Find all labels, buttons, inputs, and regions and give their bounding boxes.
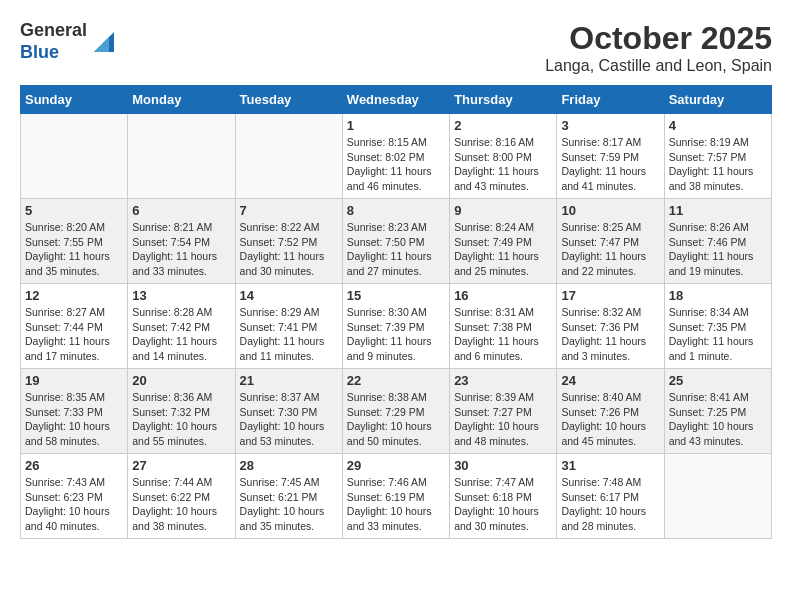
calendar-week-row: 12Sunrise: 8:27 AM Sunset: 7:44 PM Dayli…	[21, 284, 772, 369]
day-header-monday: Monday	[128, 86, 235, 114]
day-info: Sunrise: 8:35 AM Sunset: 7:33 PM Dayligh…	[25, 390, 123, 449]
calendar-cell: 16Sunrise: 8:31 AM Sunset: 7:38 PM Dayli…	[450, 284, 557, 369]
calendar-cell	[128, 114, 235, 199]
day-info: Sunrise: 8:19 AM Sunset: 7:57 PM Dayligh…	[669, 135, 767, 194]
day-number: 17	[561, 288, 659, 303]
day-number: 8	[347, 203, 445, 218]
calendar-cell: 30Sunrise: 7:47 AM Sunset: 6:18 PM Dayli…	[450, 454, 557, 539]
day-info: Sunrise: 8:29 AM Sunset: 7:41 PM Dayligh…	[240, 305, 338, 364]
day-info: Sunrise: 8:22 AM Sunset: 7:52 PM Dayligh…	[240, 220, 338, 279]
day-number: 1	[347, 118, 445, 133]
calendar-cell: 4Sunrise: 8:19 AM Sunset: 7:57 PM Daylig…	[664, 114, 771, 199]
day-number: 19	[25, 373, 123, 388]
day-number: 30	[454, 458, 552, 473]
calendar-cell: 15Sunrise: 8:30 AM Sunset: 7:39 PM Dayli…	[342, 284, 449, 369]
day-info: Sunrise: 8:23 AM Sunset: 7:50 PM Dayligh…	[347, 220, 445, 279]
day-info: Sunrise: 8:30 AM Sunset: 7:39 PM Dayligh…	[347, 305, 445, 364]
day-number: 3	[561, 118, 659, 133]
day-number: 9	[454, 203, 552, 218]
page-header: General Blue October 2025 Langa, Castill…	[20, 20, 772, 75]
calendar-cell: 14Sunrise: 8:29 AM Sunset: 7:41 PM Dayli…	[235, 284, 342, 369]
calendar-cell: 25Sunrise: 8:41 AM Sunset: 7:25 PM Dayli…	[664, 369, 771, 454]
day-info: Sunrise: 8:37 AM Sunset: 7:30 PM Dayligh…	[240, 390, 338, 449]
day-number: 25	[669, 373, 767, 388]
day-header-friday: Friday	[557, 86, 664, 114]
calendar-cell: 11Sunrise: 8:26 AM Sunset: 7:46 PM Dayli…	[664, 199, 771, 284]
day-info: Sunrise: 8:16 AM Sunset: 8:00 PM Dayligh…	[454, 135, 552, 194]
logo-general-text: General	[20, 20, 87, 40]
calendar-cell: 29Sunrise: 7:46 AM Sunset: 6:19 PM Dayli…	[342, 454, 449, 539]
day-info: Sunrise: 8:20 AM Sunset: 7:55 PM Dayligh…	[25, 220, 123, 279]
day-number: 13	[132, 288, 230, 303]
day-number: 12	[25, 288, 123, 303]
calendar-cell: 5Sunrise: 8:20 AM Sunset: 7:55 PM Daylig…	[21, 199, 128, 284]
calendar-cell: 23Sunrise: 8:39 AM Sunset: 7:27 PM Dayli…	[450, 369, 557, 454]
day-number: 20	[132, 373, 230, 388]
logo-icon	[89, 27, 119, 57]
day-number: 11	[669, 203, 767, 218]
day-info: Sunrise: 8:15 AM Sunset: 8:02 PM Dayligh…	[347, 135, 445, 194]
calendar-cell: 1Sunrise: 8:15 AM Sunset: 8:02 PM Daylig…	[342, 114, 449, 199]
day-number: 15	[347, 288, 445, 303]
calendar-cell: 19Sunrise: 8:35 AM Sunset: 7:33 PM Dayli…	[21, 369, 128, 454]
day-number: 10	[561, 203, 659, 218]
day-number: 5	[25, 203, 123, 218]
calendar-week-row: 19Sunrise: 8:35 AM Sunset: 7:33 PM Dayli…	[21, 369, 772, 454]
title-section: October 2025 Langa, Castille and Leon, S…	[545, 20, 772, 75]
day-info: Sunrise: 8:40 AM Sunset: 7:26 PM Dayligh…	[561, 390, 659, 449]
day-number: 22	[347, 373, 445, 388]
day-number: 31	[561, 458, 659, 473]
calendar-cell: 18Sunrise: 8:34 AM Sunset: 7:35 PM Dayli…	[664, 284, 771, 369]
calendar-cell: 21Sunrise: 8:37 AM Sunset: 7:30 PM Dayli…	[235, 369, 342, 454]
calendar-cell: 27Sunrise: 7:44 AM Sunset: 6:22 PM Dayli…	[128, 454, 235, 539]
calendar-cell: 13Sunrise: 8:28 AM Sunset: 7:42 PM Dayli…	[128, 284, 235, 369]
calendar-cell: 9Sunrise: 8:24 AM Sunset: 7:49 PM Daylig…	[450, 199, 557, 284]
calendar-cell: 17Sunrise: 8:32 AM Sunset: 7:36 PM Dayli…	[557, 284, 664, 369]
location-title: Langa, Castille and Leon, Spain	[545, 57, 772, 75]
calendar-cell: 6Sunrise: 8:21 AM Sunset: 7:54 PM Daylig…	[128, 199, 235, 284]
day-info: Sunrise: 8:27 AM Sunset: 7:44 PM Dayligh…	[25, 305, 123, 364]
day-number: 18	[669, 288, 767, 303]
day-info: Sunrise: 8:41 AM Sunset: 7:25 PM Dayligh…	[669, 390, 767, 449]
day-number: 7	[240, 203, 338, 218]
calendar-body: 1Sunrise: 8:15 AM Sunset: 8:02 PM Daylig…	[21, 114, 772, 539]
day-header-sunday: Sunday	[21, 86, 128, 114]
logo: General Blue	[20, 20, 119, 63]
day-header-wednesday: Wednesday	[342, 86, 449, 114]
day-header-saturday: Saturday	[664, 86, 771, 114]
calendar-cell: 24Sunrise: 8:40 AM Sunset: 7:26 PM Dayli…	[557, 369, 664, 454]
day-number: 2	[454, 118, 552, 133]
calendar-cell: 28Sunrise: 7:45 AM Sunset: 6:21 PM Dayli…	[235, 454, 342, 539]
day-number: 28	[240, 458, 338, 473]
day-info: Sunrise: 8:24 AM Sunset: 7:49 PM Dayligh…	[454, 220, 552, 279]
day-info: Sunrise: 8:26 AM Sunset: 7:46 PM Dayligh…	[669, 220, 767, 279]
calendar-cell: 10Sunrise: 8:25 AM Sunset: 7:47 PM Dayli…	[557, 199, 664, 284]
calendar-cell: 22Sunrise: 8:38 AM Sunset: 7:29 PM Dayli…	[342, 369, 449, 454]
day-info: Sunrise: 8:17 AM Sunset: 7:59 PM Dayligh…	[561, 135, 659, 194]
day-number: 23	[454, 373, 552, 388]
day-header-thursday: Thursday	[450, 86, 557, 114]
calendar-week-row: 26Sunrise: 7:43 AM Sunset: 6:23 PM Dayli…	[21, 454, 772, 539]
day-info: Sunrise: 8:34 AM Sunset: 7:35 PM Dayligh…	[669, 305, 767, 364]
day-header-tuesday: Tuesday	[235, 86, 342, 114]
calendar-cell: 7Sunrise: 8:22 AM Sunset: 7:52 PM Daylig…	[235, 199, 342, 284]
day-info: Sunrise: 7:47 AM Sunset: 6:18 PM Dayligh…	[454, 475, 552, 534]
day-info: Sunrise: 8:28 AM Sunset: 7:42 PM Dayligh…	[132, 305, 230, 364]
calendar-week-row: 1Sunrise: 8:15 AM Sunset: 8:02 PM Daylig…	[21, 114, 772, 199]
day-info: Sunrise: 8:36 AM Sunset: 7:32 PM Dayligh…	[132, 390, 230, 449]
day-number: 6	[132, 203, 230, 218]
calendar-cell: 3Sunrise: 8:17 AM Sunset: 7:59 PM Daylig…	[557, 114, 664, 199]
day-info: Sunrise: 7:43 AM Sunset: 6:23 PM Dayligh…	[25, 475, 123, 534]
calendar-cell: 2Sunrise: 8:16 AM Sunset: 8:00 PM Daylig…	[450, 114, 557, 199]
logo-blue-text: Blue	[20, 42, 59, 62]
calendar-cell: 8Sunrise: 8:23 AM Sunset: 7:50 PM Daylig…	[342, 199, 449, 284]
day-info: Sunrise: 8:38 AM Sunset: 7:29 PM Dayligh…	[347, 390, 445, 449]
day-info: Sunrise: 8:32 AM Sunset: 7:36 PM Dayligh…	[561, 305, 659, 364]
day-info: Sunrise: 7:46 AM Sunset: 6:19 PM Dayligh…	[347, 475, 445, 534]
day-info: Sunrise: 8:21 AM Sunset: 7:54 PM Dayligh…	[132, 220, 230, 279]
calendar-cell: 12Sunrise: 8:27 AM Sunset: 7:44 PM Dayli…	[21, 284, 128, 369]
day-info: Sunrise: 7:45 AM Sunset: 6:21 PM Dayligh…	[240, 475, 338, 534]
calendar-cell: 31Sunrise: 7:48 AM Sunset: 6:17 PM Dayli…	[557, 454, 664, 539]
day-number: 29	[347, 458, 445, 473]
calendar-header-row: SundayMondayTuesdayWednesdayThursdayFrid…	[21, 86, 772, 114]
